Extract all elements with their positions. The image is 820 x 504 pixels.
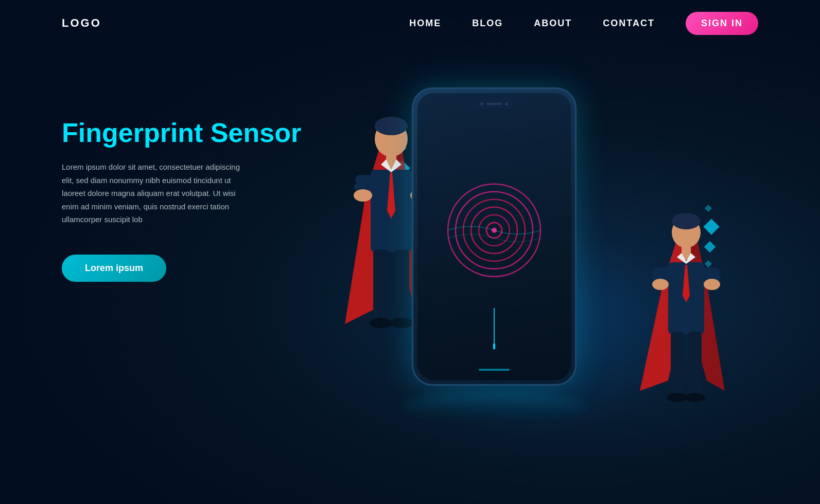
svg-point-40 <box>704 279 720 290</box>
notch-speaker <box>486 103 502 105</box>
nav-link-home[interactable]: HOME <box>409 18 441 29</box>
nav-link-contact[interactable]: CONTACT <box>603 18 655 29</box>
navbar: LOGO HOME BLOG ABOUT CONTACT SIGN IN <box>0 0 820 46</box>
signin-button[interactable]: SIGN IN <box>686 12 758 35</box>
hero-description: Lorem ipsum dolor sit amet, consectetuer… <box>62 160 247 226</box>
svg-rect-14 <box>373 249 389 321</box>
hero-content-left: Fingerprint Sensor Lorem ipsum dolor sit… <box>62 77 309 282</box>
svg-rect-41 <box>671 332 684 396</box>
connector-line <box>493 308 495 349</box>
hero-title: Fingerprint Sensor <box>62 118 309 148</box>
svg-rect-15 <box>394 249 409 321</box>
hero-illustration <box>309 77 758 504</box>
notch-sensor <box>505 102 508 105</box>
phone-body <box>412 87 577 386</box>
person-right-figure <box>635 190 738 437</box>
notch-camera <box>480 102 483 105</box>
nav-links: HOME BLOG ABOUT CONTACT SIGN IN <box>409 12 758 35</box>
hero-section: Fingerprint Sensor Lorem ipsum dolor sit… <box>0 46 820 504</box>
svg-rect-42 <box>688 332 702 396</box>
svg-point-44 <box>685 393 705 402</box>
nav-link-about[interactable]: ABOUT <box>534 18 572 29</box>
home-indicator <box>479 369 510 371</box>
nav-link-blog[interactable]: BLOG <box>472 18 503 29</box>
phone-device <box>412 87 587 396</box>
logo[interactable]: LOGO <box>62 16 101 30</box>
phone-shadow <box>402 391 587 422</box>
svg-point-5 <box>375 117 408 135</box>
svg-point-17 <box>390 318 413 328</box>
svg-point-16 <box>370 318 392 328</box>
cta-button[interactable]: Lorem ipsum <box>62 255 166 282</box>
svg-point-39 <box>652 279 669 290</box>
phone-notch <box>474 99 515 109</box>
fingerprint-icon <box>443 179 546 284</box>
phone-screen <box>417 93 571 380</box>
svg-point-26 <box>493 344 495 349</box>
svg-point-32 <box>672 213 701 229</box>
svg-point-12 <box>354 189 372 202</box>
